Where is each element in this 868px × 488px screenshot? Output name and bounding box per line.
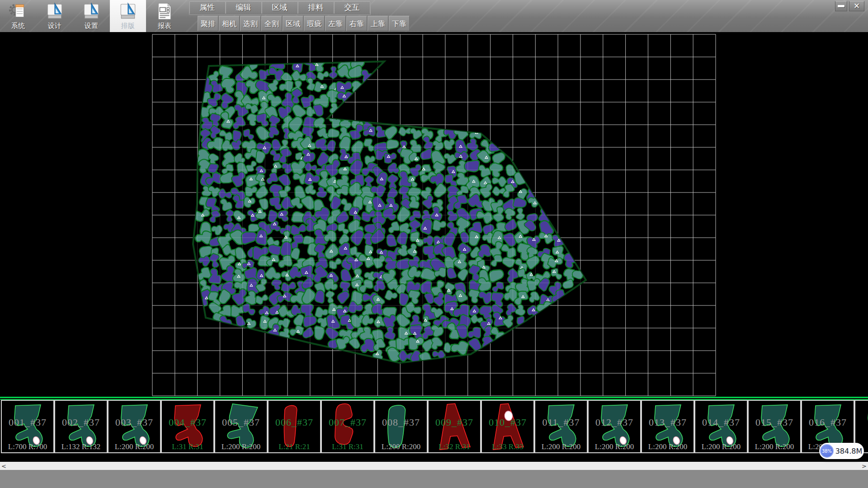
tool-button-4[interactable]: 全割 (261, 16, 282, 31)
part-thumbnail (376, 401, 426, 452)
menu-tab-4[interactable]: 排料 (298, 1, 334, 14)
app-button-4[interactable]: 排版 (110, 0, 146, 32)
memory-status-pill: 38% 384.8M (819, 443, 864, 459)
tool-button-5[interactable]: 区域 (283, 16, 303, 31)
part-cell-15[interactable]: 015_#37L:200 R:200 (748, 400, 801, 453)
part-cell-13[interactable]: 013_#37L:200 R:200 (641, 400, 694, 453)
part-thumbnail (323, 401, 373, 452)
tool-button-8[interactable]: 右靠 (346, 16, 367, 31)
part-thumbnail (3, 401, 52, 452)
set-square-icon (118, 2, 137, 21)
menu-tab-3[interactable]: 区域 (262, 1, 298, 14)
part-cell-7[interactable]: 007_#37L:31 R:31 (321, 400, 374, 453)
minimize-icon (838, 5, 844, 7)
part-cell-1[interactable]: 001_#37L:700 R:700 (1, 400, 54, 453)
part-thumbnail (109, 401, 159, 452)
close-icon: ✕ (854, 2, 860, 10)
app-button-3[interactable]: 设置 (73, 0, 109, 32)
window-controls: ✕ (835, 1, 864, 11)
tool-button-2[interactable]: 相机 (219, 16, 240, 31)
menu-tab-bar: 属性编辑区域排料交互 (189, 1, 371, 15)
scroll-right-arrow[interactable]: > (860, 462, 868, 470)
menu-tab-1[interactable]: 属性 (189, 1, 226, 14)
status-bar (0, 470, 868, 488)
app-button-5[interactable]: 报表 (146, 0, 183, 32)
horizontal-scrollbar[interactable]: < > (0, 462, 868, 470)
parts-strip: 001_#37L:700 R:700002_#37L:132 R:132003_… (0, 400, 868, 454)
app-button-1[interactable]: 系统 (0, 0, 36, 32)
set-square-icon (45, 2, 64, 21)
part-thumbnail (269, 401, 319, 452)
app-button-label: 排版 (110, 22, 146, 30)
tool-button-3[interactable]: 选割 (240, 16, 261, 31)
part-thumbnail (643, 401, 693, 452)
part-cell-6[interactable]: 006_#37L:21 R:21 (268, 400, 321, 453)
part-thumbnail (56, 401, 106, 452)
menu-tab-2[interactable]: 编辑 (226, 1, 262, 14)
part-cell-10[interactable]: 010_#37L:33 R:33 (481, 400, 534, 453)
scroll-left-arrow[interactable]: < (0, 462, 8, 470)
gear-document-icon (9, 2, 28, 21)
part-cell-2[interactable]: 002_#37L:132 R:132 (54, 400, 108, 453)
part-cell-12[interactable]: 012_#37L:200 R:200 (588, 400, 641, 453)
part-cell-14[interactable]: 014_#37L:200 R:200 (694, 400, 748, 453)
app-button-label: 系统 (0, 22, 36, 30)
part-thumbnail (163, 401, 212, 452)
part-thumbnail (483, 401, 533, 452)
memory-value: 384.8M (834, 447, 864, 455)
part-thumbnail (216, 401, 266, 452)
tool-button-10[interactable]: 下靠 (389, 16, 410, 31)
toolbar: 系统设计设置排版报表 属性编辑区域排料交互 聚排相机选割全割区域瑕疵左靠右靠上靠… (0, 0, 868, 33)
minimize-button[interactable] (835, 1, 847, 11)
part-thumbnail (429, 401, 479, 452)
part-cell-8[interactable]: 008_#37L:200 R:200 (374, 400, 428, 453)
scrollbar-thumb[interactable] (8, 462, 860, 470)
part-cell-9[interactable]: 009_#37L:32 R:31 (428, 400, 481, 453)
close-button[interactable]: ✕ (849, 1, 864, 11)
tool-button-9[interactable]: 上靠 (368, 16, 388, 31)
part-thumbnail (696, 401, 746, 452)
app-button-label: 设置 (73, 22, 109, 30)
app-button-2[interactable]: 设计 (37, 0, 73, 32)
tool-button-6[interactable]: 瑕疵 (304, 16, 325, 31)
part-thumbnail (590, 401, 639, 452)
tool-button-7[interactable]: 左靠 (325, 16, 346, 31)
app-button-label: 报表 (146, 22, 183, 30)
part-thumbnail (750, 401, 799, 452)
part-cell-11[interactable]: 011_#37L:200 R:200 (534, 400, 588, 453)
part-cell-4[interactable]: 004_#37L:31 R:31 (161, 400, 214, 453)
application-window: 系统设计设置排版报表 属性编辑区域排料交互 聚排相机选割全割区域瑕疵左靠右靠上靠… (0, 0, 868, 488)
strip-accent-line (0, 397, 868, 398)
tool-button-bar: 聚排相机选割全割区域瑕疵左靠右靠上靠下靠 (198, 16, 410, 31)
tool-button-1[interactable]: 聚排 (198, 16, 218, 31)
set-square-icon (82, 2, 101, 21)
report-document-icon (155, 2, 174, 21)
part-cell-5[interactable]: 005_#37L:200 R:200 (214, 400, 268, 453)
app-button-label: 设计 (37, 22, 73, 30)
menu-tab-5[interactable]: 交互 (334, 1, 370, 14)
progress-badge: 38% (820, 444, 834, 458)
part-thumbnail (536, 401, 586, 452)
part-cell-3[interactable]: 003_#37L:200 R:200 (108, 400, 161, 453)
